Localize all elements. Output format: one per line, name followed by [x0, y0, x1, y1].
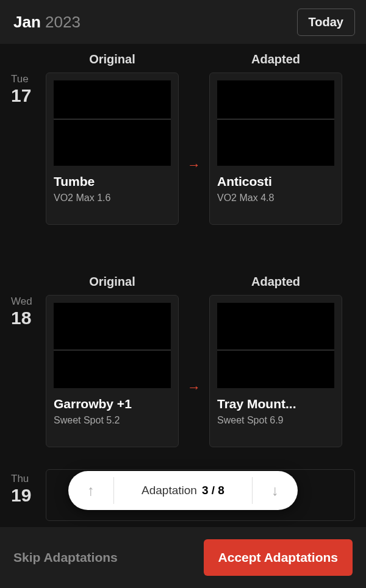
pill-center: Adaptation 3 / 8	[114, 471, 252, 510]
content-area: Tue 17 Original Tumbe VO2 Max 1.6 → Adap…	[0, 44, 366, 527]
original-column: Original Garrowby +1 Sweet Spot 5.2	[46, 266, 179, 447]
chart-baseline	[217, 350, 334, 350]
day-label: Wed 18	[0, 266, 46, 328]
comparison-row: Original Tumbe VO2 Max 1.6 → Adapted	[46, 44, 366, 225]
workout-card-original[interactable]: Tumbe VO2 Max 1.6	[46, 73, 179, 225]
day-label: Thu 19	[0, 469, 46, 506]
workout-chart	[54, 303, 171, 388]
header-year: 2023	[45, 13, 81, 31]
chart-baseline	[54, 350, 171, 350]
today-button[interactable]: Today	[297, 9, 355, 36]
adapted-heading: Adapted	[209, 44, 342, 73]
workout-subtitle: Sweet Spot 5.2	[54, 415, 171, 426]
chart-baseline	[217, 119, 334, 119]
workout-subtitle: Sweet Spot 6.9	[217, 415, 334, 426]
day-row: Wed 18 Original Garrowby +1 Sweet Spot 5…	[0, 266, 366, 447]
workout-subtitle: VO2 Max 1.6	[54, 193, 171, 204]
workout-subtitle: VO2 Max 4.8	[217, 193, 334, 204]
pill-current: 3	[202, 484, 209, 497]
workout-title: Tumbe	[54, 174, 171, 189]
adapted-column: Adapted Tray Mount... Sweet Spot 6.9	[209, 266, 342, 447]
accept-adaptations-button[interactable]: Accept Adaptations	[204, 539, 353, 576]
pill-total: 8	[218, 484, 224, 497]
comparison-row: Original Garrowby +1 Sweet Spot 5.2 → Ad…	[46, 266, 366, 447]
pill-prev-button[interactable]: ↑	[68, 471, 113, 510]
header-month: Jan	[13, 13, 41, 31]
workout-card-adapted[interactable]: Anticosti VO2 Max 4.8	[209, 73, 342, 225]
adaptation-pill: ↑ Adaptation 3 / 8 ↓	[68, 471, 298, 510]
original-column: Original Tumbe VO2 Max 1.6	[46, 44, 179, 225]
chart-baseline	[54, 119, 171, 119]
day-row: Tue 17 Original Tumbe VO2 Max 1.6 → Adap…	[0, 44, 366, 225]
workout-title: Anticosti	[217, 174, 334, 189]
workout-chart	[217, 80, 334, 166]
arrow-up-icon: ↑	[87, 482, 95, 499]
day-number: 19	[11, 485, 46, 506]
arrow-icon: →	[179, 96, 209, 173]
original-heading: Original	[46, 44, 179, 73]
pill-next-button[interactable]: ↓	[253, 471, 298, 510]
header: Jan 2023 Today	[0, 0, 366, 44]
adapted-column: Adapted Anticosti VO2 Max 4.8	[209, 44, 342, 225]
workout-card-adapted[interactable]: Tray Mount... Sweet Spot 6.9	[209, 295, 342, 447]
workout-title: Tray Mount...	[217, 397, 334, 411]
workout-card-original[interactable]: Garrowby +1 Sweet Spot 5.2	[46, 295, 179, 447]
skip-adaptations-button[interactable]: Skip Adaptations	[13, 550, 118, 565]
day-of-week: Thu	[11, 473, 46, 485]
day-number: 17	[11, 85, 46, 106]
adapted-heading: Adapted	[209, 266, 342, 295]
day-of-week: Wed	[11, 296, 46, 308]
workout-chart	[54, 80, 171, 166]
month-year-title: Jan 2023	[13, 13, 81, 32]
arrow-down-icon: ↓	[271, 482, 279, 499]
arrow-icon: →	[179, 319, 209, 395]
workout-title: Garrowby +1	[54, 397, 171, 411]
day-label: Tue 17	[0, 44, 46, 106]
workout-chart	[217, 303, 334, 388]
day-of-week: Tue	[11, 73, 46, 85]
footer: Skip Adaptations Accept Adaptations	[0, 527, 366, 588]
pill-count: 3 / 8	[202, 484, 224, 497]
day-number: 18	[11, 308, 46, 328]
original-heading: Original	[46, 266, 179, 295]
pill-label: Adaptation	[142, 484, 197, 497]
